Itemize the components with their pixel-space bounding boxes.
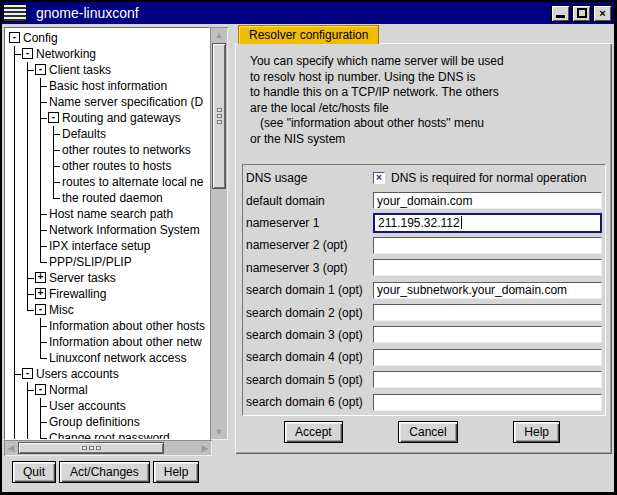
tree-item-server-tasks[interactable]: +Server tasks — [5, 270, 209, 286]
tree-item-network-information-system[interactable]: Network Information System — [5, 222, 209, 238]
tree-item-defaults[interactable]: Defaults — [5, 126, 209, 142]
form-row-search-domain-4-opt: search domain 4 (opt) — [246, 346, 602, 368]
tree-line — [8, 318, 21, 334]
field-label: search domain 2 (opt) — [246, 306, 373, 320]
tree-item-information-about-other-hosts[interactable]: Information about other hosts — [5, 318, 209, 334]
tree-item-routes-to-alternate-local-ne[interactable]: routes to alternate local ne — [5, 174, 209, 190]
quit-button[interactable]: Quit — [12, 461, 56, 483]
tree-item-label: Normal — [49, 383, 88, 397]
field-value: 211.195.32.112 — [378, 216, 460, 230]
tree-line — [21, 350, 34, 366]
tree-item-label: Basic host information — [49, 79, 167, 93]
tree-item-networking[interactable]: -Networking — [5, 46, 209, 62]
tree-item-change-root-password[interactable]: Change root password — [5, 430, 209, 440]
minus-box-icon[interactable]: - — [34, 302, 47, 318]
tree-line — [34, 254, 47, 270]
minus-box-icon[interactable]: - — [34, 382, 47, 398]
tree-line — [34, 126, 47, 142]
field-search-domain-1-opt[interactable]: your_subnetwork.your_domain.com — [373, 282, 602, 299]
tree-line — [34, 142, 47, 158]
tree-line — [8, 366, 21, 382]
tree-item-basic-host-information[interactable]: Basic host information — [5, 78, 209, 94]
minus-box-icon[interactable]: - — [8, 30, 21, 46]
form-row-nameserver-2-opt: nameserver 2 (opt) — [246, 234, 602, 256]
form-row-search-domain-2-opt: search domain 2 (opt) — [246, 301, 602, 323]
tree-line — [8, 46, 21, 62]
tree-line — [34, 430, 47, 440]
main-button-row: QuitAct/ChangesHelp — [12, 461, 199, 483]
tree-line — [47, 126, 60, 142]
tree-line — [21, 254, 34, 270]
minus-box-icon[interactable]: - — [47, 110, 60, 126]
tree-item-label: other routes to networks — [62, 143, 191, 157]
vertical-scroll-thumb[interactable] — [212, 43, 226, 189]
minus-box-icon[interactable]: - — [21, 366, 34, 382]
tree-item-firewalling[interactable]: +Firewalling — [5, 286, 209, 302]
tree-item-host-name-search-path[interactable]: Host name search path — [5, 206, 209, 222]
tree-item-label: Routing and gateways — [62, 111, 181, 125]
tree-item-ipx-interface-setup[interactable]: IPX interface setup — [5, 238, 209, 254]
tree-item-name-server-specification-d[interactable]: Name server specification (D — [5, 94, 209, 110]
up-arrow-icon[interactable]: ▲ — [212, 29, 226, 41]
plus-box-icon[interactable]: + — [34, 286, 47, 302]
field-nameserver-2-opt[interactable] — [373, 237, 602, 254]
tree-item-normal[interactable]: -Normal — [5, 382, 209, 398]
plus-box-icon[interactable]: + — [34, 270, 47, 286]
field-search-domain-5-opt[interactable] — [373, 371, 602, 388]
dns-usage-checkbox[interactable]: × — [373, 172, 385, 184]
help-button[interactable]: Help — [153, 461, 200, 483]
tree-item-the-routed-daemon[interactable]: the routed daemon — [5, 190, 209, 206]
tree-line — [21, 414, 34, 430]
field-nameserver-1[interactable]: 211.195.32.112 — [373, 213, 602, 233]
tree-item-information-about-other-netw[interactable]: Information about other netw — [5, 334, 209, 350]
tree-item-ppp-slip-plip[interactable]: PPP/SLIP/PLIP — [5, 254, 209, 270]
field-default-domain[interactable]: your_domain.com — [373, 192, 602, 209]
tree-item-linuxconf-network-access[interactable]: Linuxconf network access — [5, 350, 209, 366]
tree-line — [21, 302, 34, 318]
tree-item-routing-and-gateways[interactable]: -Routing and gateways — [5, 110, 209, 126]
tree-item-users-accounts[interactable]: -Users accounts — [5, 366, 209, 382]
right-arrow-icon[interactable]: ▶ — [198, 442, 212, 454]
tree-line — [8, 110, 21, 126]
close-button[interactable]: × — [593, 5, 612, 22]
field-search-domain-3-opt[interactable] — [373, 326, 602, 343]
tree-item-misc[interactable]: -Misc — [5, 302, 209, 318]
tree-item-other-routes-to-networks[interactable]: other routes to networks — [5, 142, 209, 158]
left-arrow-icon[interactable]: ◀ — [4, 442, 18, 454]
tree-item-user-accounts[interactable]: User accounts — [5, 398, 209, 414]
tree-line — [21, 174, 34, 190]
field-nameserver-3-opt[interactable] — [373, 259, 602, 276]
tree-item-label: Networking — [36, 47, 96, 61]
field-label: nameserver 1 — [246, 216, 373, 230]
down-arrow-icon[interactable]: ▼ — [212, 426, 226, 438]
close-icon: × — [599, 7, 605, 19]
window-menu-icon[interactable] — [3, 4, 27, 22]
field-search-domain-4-opt[interactable] — [373, 349, 602, 366]
field-search-domain-6-opt[interactable] — [373, 394, 602, 411]
act-changes-button[interactable]: Act/Changes — [59, 461, 150, 483]
tree-item-config[interactable]: -Config — [5, 30, 209, 46]
accept-button[interactable]: Accept — [284, 421, 343, 443]
tree-vertical-scrollbar[interactable]: ▲ ▼ — [210, 27, 228, 440]
tree-line — [21, 430, 34, 440]
field-search-domain-2-opt[interactable] — [373, 304, 602, 321]
tree-line — [34, 190, 47, 206]
minus-box-icon[interactable]: - — [21, 46, 34, 62]
tree-item-client-tasks[interactable]: -Client tasks — [5, 62, 209, 78]
cancel-button[interactable]: Cancel — [398, 421, 457, 443]
tree-line — [8, 206, 21, 222]
tree-horizontal-scrollbar[interactable]: ◀ ▶ — [4, 440, 212, 456]
horizontal-scroll-thumb[interactable] — [18, 442, 164, 454]
maximize-button[interactable] — [572, 5, 591, 22]
tree-item-other-routes-to-hosts[interactable]: other routes to hosts — [5, 158, 209, 174]
field-label: search domain 5 (opt) — [246, 373, 373, 387]
minimize-button[interactable] — [551, 5, 570, 22]
help-button[interactable]: Help — [513, 421, 560, 443]
window-title: gnome-linuxconf — [36, 5, 551, 21]
tab-resolver-configuration[interactable]: Resolver configuration — [238, 25, 379, 44]
titlebar[interactable]: gnome-linuxconf × — [2, 2, 614, 24]
minus-box-icon[interactable]: - — [34, 62, 47, 78]
tree-line — [34, 78, 47, 94]
tree-line — [34, 158, 47, 174]
tree-item-group-definitions[interactable]: Group definitions — [5, 414, 209, 430]
